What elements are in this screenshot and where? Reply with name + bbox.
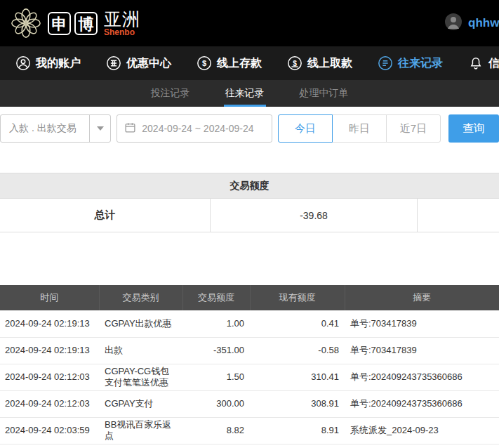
- brand-char-2: 博: [74, 12, 98, 35]
- cell-amount: 1.00: [182, 310, 250, 337]
- tab-transaction-records[interactable]: 往来记录: [224, 80, 266, 107]
- cell-balance: 308.91: [250, 390, 345, 417]
- summary-total-row: 总计 -39.68: [0, 199, 499, 232]
- username-label[interactable]: qhhwa: [468, 16, 499, 30]
- summary-table: 交易额度 总计 -39.68: [0, 173, 499, 232]
- nav-label: 线上取款: [307, 56, 352, 71]
- summary-total-value: -39.68: [211, 199, 418, 232]
- brand-region-block: 亚洲 Shenbo: [104, 10, 140, 37]
- table-row: 2024-09-24 02:03:59 BB视讯百家乐返点 8.82 8.91 …: [0, 417, 499, 444]
- cell-time: 2024-09-24 02:19:13: [0, 310, 99, 337]
- select-caret-cell[interactable]: [89, 115, 110, 142]
- flower-logo-icon: [10, 7, 42, 39]
- cell-amount: 8.82: [182, 417, 250, 444]
- nav-item-my-account[interactable]: 我的账户: [15, 55, 81, 71]
- cell-balance: 8.91: [250, 417, 345, 444]
- cell-summary: 单号:202409243735360686: [345, 364, 499, 390]
- nav-label: 线上存款: [217, 56, 262, 71]
- avatar-icon: [444, 13, 463, 34]
- cell-summary: 系统派发_2024-09-23: [345, 417, 499, 444]
- cell-summary: 单号:703417839: [345, 337, 499, 364]
- filter-bar: 入款 . 出款交易 2024-09-24 ~ 2024-09-24 今日 昨日 …: [0, 107, 499, 150]
- tab-processing-orders[interactable]: 处理中订单: [298, 80, 350, 107]
- account-icon: [15, 55, 31, 71]
- quick-range-group: 今日 昨日 近7日: [278, 114, 441, 143]
- brand-subtitle: Shenbo: [104, 28, 140, 37]
- table-row: 2024-09-24 02:19:13 出款 -351.00 -0.58 单号:…: [0, 337, 499, 364]
- table-row: 2024-09-24 02:12:03 CGPAY-CG钱包支付笔笔送优惠 1.…: [0, 364, 499, 390]
- date-range-input[interactable]: 2024-09-24 ~ 2024-09-24: [117, 114, 272, 143]
- promotions-icon: [106, 55, 121, 71]
- cell-type: CGPAY-CG钱包支付笔笔送优惠: [99, 364, 182, 390]
- today-button[interactable]: 今日: [278, 114, 333, 143]
- table-row: 2024-09-24 02:12:03 CGPAY支付 300.00 308.9…: [0, 390, 499, 417]
- withdrawal-icon: $: [287, 55, 302, 71]
- user-area[interactable]: qhhwa: [444, 0, 499, 46]
- cell-type: CGPAY出款优惠: [99, 310, 182, 337]
- nav-label: 信息: [488, 56, 499, 71]
- cell-time: 2024-09-24 02:12:03: [0, 364, 99, 390]
- cell-summary: 单号:703417839: [345, 310, 499, 337]
- svg-text:$: $: [202, 59, 206, 67]
- nav-label: 我的账户: [36, 56, 81, 71]
- cell-balance: 0.41: [250, 310, 345, 337]
- cell-amount: 300.00: [182, 390, 250, 417]
- main-nav: 我的账户 优惠中心 $ 线上存款 $ 线上取款: [0, 46, 499, 80]
- top-header: 申 博 亚洲 Shenbo qhhwa: [0, 0, 499, 46]
- nav-item-deposit[interactable]: $ 线上存款: [197, 55, 262, 71]
- tab-betting-records[interactable]: 投注记录: [149, 80, 192, 107]
- date-range-value: 2024-09-24 ~ 2024-09-24: [142, 123, 253, 134]
- cell-summary: 单号:202409243735360686: [345, 390, 499, 417]
- col-header-balance: 现有额度: [250, 285, 345, 310]
- nav-label: 往来记录: [398, 56, 443, 71]
- search-button[interactable]: 查询: [448, 114, 499, 143]
- summary-empty-cell: [418, 199, 499, 232]
- transaction-type-select[interactable]: 入款 . 出款交易: [0, 114, 111, 143]
- cell-amount: -351.00: [182, 337, 250, 364]
- col-header-amount: 交易额度: [182, 285, 250, 310]
- records-table: 时间 交易类别 交易额度 现有额度 摘要 2024-09-24 02:19:13…: [0, 285, 499, 444]
- cell-time: 2024-09-24 02:12:03: [0, 390, 99, 417]
- sub-nav: 投注记录 往来记录 处理中订单: [0, 80, 499, 107]
- records-icon: [378, 55, 393, 71]
- last7days-button[interactable]: 近7日: [386, 114, 441, 143]
- table-row: 2024-09-24 02:19:13 CGPAY出款优惠 1.00 0.41 …: [0, 310, 499, 337]
- svg-text:$: $: [293, 60, 297, 67]
- cell-time: 2024-09-24 02:19:13: [0, 337, 99, 364]
- transaction-type-value: 入款 . 出款交易: [1, 122, 89, 135]
- nav-item-promotions[interactable]: 优惠中心: [106, 55, 171, 71]
- nav-label: 优惠中心: [126, 56, 171, 71]
- cell-balance: 310.41: [250, 364, 345, 390]
- summary-header: 交易额度: [0, 173, 499, 199]
- cell-balance: -0.58: [250, 337, 345, 364]
- deposit-icon: $: [197, 55, 212, 71]
- nav-item-withdrawal[interactable]: $ 线上取款: [287, 55, 352, 71]
- records-table-body: 2024-09-24 02:19:13 CGPAY出款优惠 1.00 0.41 …: [0, 310, 499, 444]
- brand-logo: 申 博: [48, 12, 98, 35]
- cell-amount: 1.50: [182, 364, 250, 390]
- nav-item-records[interactable]: 往来记录: [378, 55, 443, 71]
- col-header-summary: 摘要: [345, 285, 499, 310]
- nav-item-messages[interactable]: 信息: [468, 55, 499, 71]
- cell-time: 2024-09-24 02:03:59: [0, 417, 99, 444]
- brand-region: 亚洲: [104, 10, 140, 28]
- brand-char-1: 申: [48, 12, 71, 35]
- cell-type: BB视讯百家乐返点: [99, 417, 182, 444]
- cell-type: CGPAY支付: [99, 390, 182, 417]
- col-header-type: 交易类别: [99, 285, 182, 310]
- calendar-icon: [124, 121, 136, 136]
- records-section: 时间 交易类别 交易额度 现有额度 摘要 2024-09-24 02:19:13…: [0, 285, 499, 444]
- chevron-down-icon: [97, 126, 104, 131]
- cell-type: 出款: [99, 337, 182, 364]
- col-header-time: 时间: [0, 285, 99, 310]
- yesterday-button[interactable]: 昨日: [332, 114, 387, 143]
- summary-total-label: 总计: [0, 199, 211, 232]
- bell-icon: [468, 55, 484, 71]
- records-header-row: 时间 交易类别 交易额度 现有额度 摘要: [0, 285, 499, 310]
